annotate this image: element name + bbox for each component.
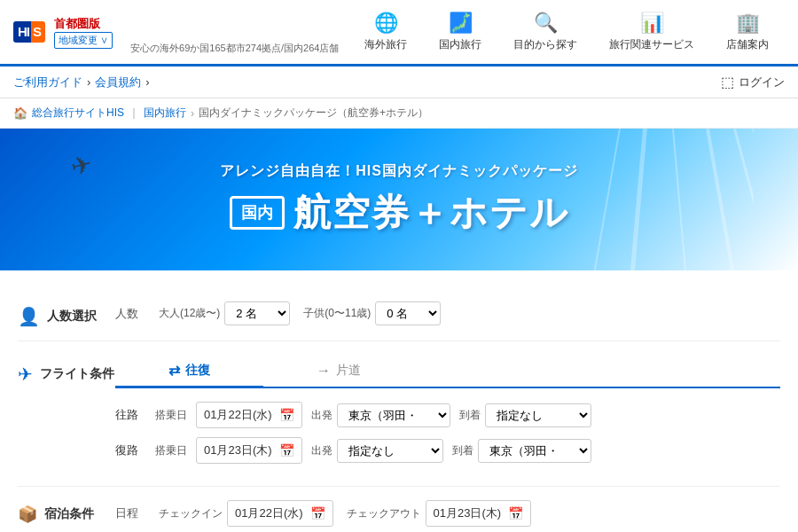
- adults-group: 大人(12歳〜) 2 名 1 名 3 名 4 名: [159, 301, 290, 325]
- bc-sep1: ｜: [129, 106, 139, 121]
- oneway-icon: →: [317, 363, 331, 379]
- checkin-date-value: 01月22日(水): [235, 505, 303, 521]
- flight-tabs: ⇄ 往復 → 片道: [115, 355, 780, 388]
- return-arr-label: 到着: [452, 443, 473, 458]
- home-icon: 🏠: [13, 106, 27, 120]
- nav-domestic-label: 国内旅行: [439, 37, 481, 52]
- checkin-group: チェックイン 01月22日(水) 📅: [159, 500, 333, 527]
- outbound-date-label: 搭乗日: [155, 408, 187, 423]
- sep1: ›: [87, 75, 90, 89]
- children-label: 子供(0〜11歳): [303, 306, 371, 321]
- search-icon: 🔍: [534, 12, 558, 35]
- tab-roundtrip[interactable]: ⇄ 往復: [115, 355, 263, 388]
- return-arr-select[interactable]: 東京（羽田・: [478, 439, 591, 463]
- outbound-date-value: 01月22日(水): [204, 407, 272, 423]
- overseas-icon: 🌐: [374, 12, 398, 35]
- people-icon: 👤: [18, 306, 40, 327]
- people-row: 人数 大人(12歳〜) 2 名 1 名 3 名 4 名 子供(0〜11歳) 0 …: [115, 301, 780, 325]
- people-field-label: 人数: [115, 306, 138, 322]
- nav-overseas[interactable]: 🌐 海外旅行: [348, 7, 423, 57]
- region-area: 首都圏版 地域変更 ∨: [54, 16, 113, 49]
- header-top: HI S 首都圏版 地域変更 ∨ 安心の海外69か国165都市274拠点/国内2…: [0, 0, 798, 64]
- bc-domestic[interactable]: 国内旅行: [144, 106, 186, 121]
- flight-icon: ✈: [18, 364, 33, 385]
- outbound-arr-select[interactable]: 指定なし: [485, 403, 591, 427]
- return-calendar-icon: 📅: [279, 443, 294, 458]
- breadcrumb-bar: ご利用ガイド › 会員規約 › ⬚ ログイン: [0, 66, 798, 98]
- stay-field-label: 日程: [115, 505, 138, 521]
- outbound-dep-select[interactable]: 東京（羽田・: [337, 403, 450, 427]
- logo-area: HI S 首都圏版 地域変更 ∨: [13, 16, 113, 49]
- flight-content: ⇄ 往復 → 片道 往路 搭乗日 01月22日(水) 📅 出発: [115, 355, 780, 473]
- adults-label: 大人(12歳〜): [159, 306, 220, 321]
- stay-icon: 📦: [18, 505, 37, 524]
- guide-link[interactable]: ご利用ガイド: [13, 74, 82, 90]
- outbound-date-input[interactable]: 01月22日(水) 📅: [196, 402, 302, 428]
- region-change-button[interactable]: 地域変更 ∨: [54, 32, 113, 49]
- checkin-date-input[interactable]: 01月22日(水) 📅: [227, 500, 333, 527]
- login-label: ログイン: [739, 74, 785, 90]
- outbound-row: 往路 搭乗日 01月22日(水) 📅 出発 東京（羽田・ 到着 指定なし: [115, 402, 780, 428]
- outbound-dep-label: 出発: [311, 408, 332, 423]
- nav-services-label: 旅行関連サービス: [609, 37, 694, 52]
- breadcrumb-path: 🏠 総合旅行サイトHIS ｜ 国内旅行 › 国内ダイナミックパッケージ（航空券+…: [0, 98, 798, 129]
- outbound-arr-label: 到着: [459, 408, 481, 423]
- stay-content: 日程 チェックイン 01月22日(水) 📅 チェックアウト 01月23日(木) …: [115, 500, 780, 527]
- nav-domestic[interactable]: 🗾 国内旅行: [423, 7, 497, 57]
- domestic-icon: 🗾: [449, 12, 473, 35]
- return-date-input[interactable]: 01月23日(木) 📅: [196, 437, 302, 464]
- checkout-group: チェックアウト 01月23日(木) 📅: [347, 500, 532, 527]
- bc-sep2: ›: [191, 107, 194, 120]
- member-link[interactable]: 会員規約: [95, 74, 141, 90]
- tab-oneway[interactable]: → 片道: [263, 356, 414, 388]
- return-dep-select[interactable]: 指定なし: [337, 439, 443, 463]
- roundtrip-label: 往復: [185, 363, 210, 379]
- breadcrumb-nav: ご利用ガイド › 会員規約 ›: [13, 74, 150, 90]
- return-row: 復路 搭乗日 01月23日(木) 📅 出発 指定なし 到着 東京（羽田・: [115, 437, 780, 464]
- nav-stores[interactable]: 🏢 店舗案内: [710, 7, 785, 57]
- sep2: ›: [145, 75, 149, 89]
- people-content: 人数 大人(12歳〜) 2 名 1 名 3 名 4 名 子供(0〜11歳) 0 …: [115, 301, 780, 325]
- nav-search[interactable]: 🔍 目的から探す: [497, 7, 593, 57]
- people-section: 👤 人数選択 人数 大人(12歳〜) 2 名 1 名 3 名 4 名 子供(0〜…: [18, 288, 780, 341]
- header-subtext: 安心の海外69か国165都市274拠点/国内264店舗: [130, 42, 339, 57]
- outbound-dep-group: 出発 東京（羽田・: [311, 403, 450, 427]
- banner: ✈ アレンジ自由自在！HIS国内ダイナミックパッケージ 国内 航空券＋ホテル: [0, 129, 798, 270]
- return-arr-group: 到着 東京（羽田・: [452, 439, 591, 463]
- children-group: 子供(0〜11歳) 0 名 1 名 2 名 3 名: [303, 301, 441, 325]
- bc-current: 国内ダイナミックパッケージ（航空券+ホテル）: [199, 106, 428, 121]
- logo-hi: HI: [13, 21, 31, 43]
- logo-s: S: [31, 21, 45, 43]
- children-select[interactable]: 0 名 1 名 2 名 3 名: [375, 301, 441, 325]
- flight-section: ✈ フライト条件 ⇄ 往復 → 片道 往路 搭乗日 01月22: [18, 341, 780, 487]
- checkin-calendar-icon: 📅: [310, 506, 325, 520]
- oneway-label: 片道: [336, 363, 361, 379]
- stay-icon-label: 📦 宿泊条件: [18, 500, 115, 524]
- region-name: 首都圏版: [54, 16, 113, 32]
- outbound-arr-group: 到着 指定なし: [459, 403, 591, 427]
- main-content: 👤 人数選択 人数 大人(12歳〜) 2 名 1 名 3 名 4 名 子供(0〜…: [0, 270, 798, 532]
- main-nav: 🌐 海外旅行 🗾 国内旅行 🔍 目的から探す 📊 旅行関連サービス 🏢 店舗案内: [348, 7, 785, 57]
- checkout-label: チェックアウト: [347, 506, 421, 521]
- banner-rays: [488, 129, 754, 270]
- login-button[interactable]: ⬚ ログイン: [721, 74, 785, 90]
- his-logo: HI S: [13, 21, 45, 43]
- nav-search-label: 目的から探す: [513, 37, 577, 52]
- return-date-label: 搭乗日: [155, 443, 187, 458]
- header: HI S 首都圏版 地域変更 ∨ 安心の海外69か国165都市274拠点/国内2…: [0, 0, 798, 66]
- checkin-label: チェックイン: [159, 506, 223, 521]
- plane-icon: ✈: [67, 149, 95, 183]
- bc-his[interactable]: 総合旅行サイトHIS: [32, 106, 124, 121]
- adults-select[interactable]: 2 名 1 名 3 名 4 名: [224, 301, 290, 325]
- stay-row: 日程 チェックイン 01月22日(水) 📅 チェックアウト 01月23日(木) …: [115, 500, 780, 527]
- checkout-date-input[interactable]: 01月23日(木) 📅: [426, 500, 532, 527]
- stay-label: 宿泊条件: [44, 506, 94, 522]
- stay-section: 📦 宿泊条件 日程 チェックイン 01月22日(水) 📅 チェックアウト 01月…: [18, 487, 780, 532]
- services-icon: 📊: [640, 12, 664, 35]
- login-icon: ⬚: [721, 74, 734, 90]
- checkout-calendar-icon: 📅: [508, 506, 523, 520]
- outbound-calendar-icon: 📅: [279, 408, 294, 422]
- nav-services[interactable]: 📊 旅行関連サービス: [593, 7, 710, 57]
- checkout-date-value: 01月23日(木): [434, 505, 502, 521]
- roundtrip-icon: ⇄: [168, 362, 180, 379]
